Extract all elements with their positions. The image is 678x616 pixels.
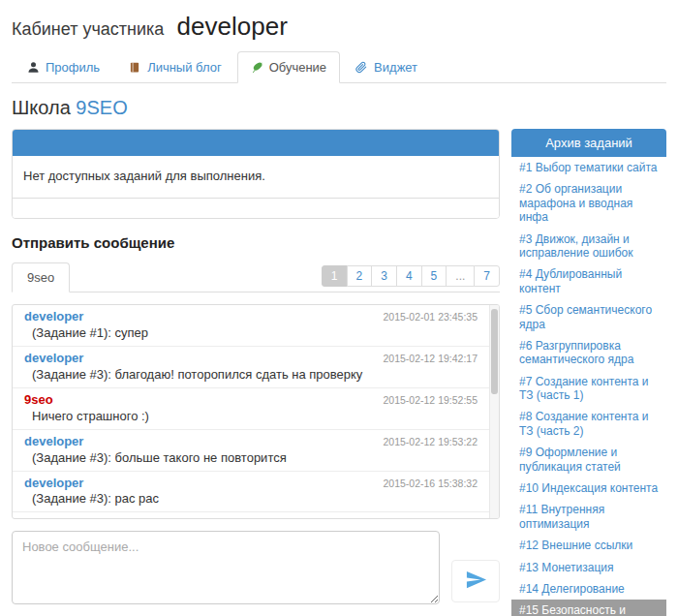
archive-item-4[interactable]: #4 Дублированный контент xyxy=(511,263,666,299)
tasks-panel-footer xyxy=(13,198,499,218)
message-head: developer2015-02-16 15:38:32 xyxy=(24,477,478,491)
book-icon xyxy=(129,61,141,74)
page-button-1[interactable]: 1 xyxy=(322,265,348,287)
main-tabs: ПрофильЛичный блогОбучениеВиджет xyxy=(12,51,666,83)
send-message-button[interactable] xyxy=(451,560,500,602)
archive-item-12[interactable]: #12 Внешние ссылки xyxy=(511,535,666,556)
message-text: (Задание #3): рас рас xyxy=(24,492,478,507)
archive-item-7[interactable]: #7 Создание контента и ТЗ (часть 1) xyxy=(511,371,666,407)
tasks-panel: Нет доступных заданий для выполнения. xyxy=(12,129,500,219)
archive-item-9[interactable]: #9 Оформление и публикация статей xyxy=(511,442,666,477)
page-button-2[interactable]: 2 xyxy=(347,265,373,287)
archive-item-13[interactable]: #13 Монетизация xyxy=(511,557,666,578)
page-title: Кабинет участника developer xyxy=(12,12,666,42)
pagination-ellipsis: ... xyxy=(446,265,475,287)
task-archive-header: Архив заданий xyxy=(511,129,666,157)
message-timestamp: 2015-02-12 19:52:55 xyxy=(384,394,478,406)
task-archive-sidebar: Архив заданий #1 Выбор тематики сайта#2 … xyxy=(511,129,666,616)
tab-label: Виджет xyxy=(374,60,417,75)
message-item: developer2015-02-16 15:38:32(Задание #3)… xyxy=(13,472,489,513)
tab-label: Профиль xyxy=(46,60,100,75)
message-timestamp: 2015-02-12 19:53:22 xyxy=(384,436,478,447)
page-button-5[interactable]: 5 xyxy=(421,265,447,287)
archive-item-11[interactable]: #11 Внутренняя оптимизация xyxy=(511,499,666,535)
message-item: 9seo2015-02-12 19:52:55Ничего страшного … xyxy=(13,388,489,430)
user-icon xyxy=(27,61,40,74)
archive-item-14[interactable]: #14 Делегирование xyxy=(511,578,666,600)
archive-item-8[interactable]: #8 Создание контента и ТЗ (часть 2) xyxy=(511,406,666,442)
chat-tab-label: 9seo xyxy=(27,270,54,285)
archive-item-1[interactable]: #1 Выбор тематики сайта xyxy=(511,157,666,178)
message-head: developer2015-02-12 19:42:17 xyxy=(24,352,478,366)
school-label: Школа xyxy=(12,97,71,118)
school-link[interactable]: 9SEO xyxy=(76,97,127,118)
message-author[interactable]: developer xyxy=(24,310,83,324)
content-row: Нет доступных заданий для выполнения. От… xyxy=(12,129,666,616)
tab-label: Обучение xyxy=(269,60,326,75)
message-head: 9seo2015-02-12 19:52:55 xyxy=(24,393,478,408)
message-item: developer2015-02-01 23:45:35(Задание #1)… xyxy=(13,305,489,347)
messages-scrollbar[interactable] xyxy=(489,305,499,518)
message-timestamp: 2015-02-12 19:42:17 xyxy=(384,353,478,364)
message-timestamp: 2015-02-16 15:38:32 xyxy=(384,477,478,489)
compose-row xyxy=(12,531,500,604)
archive-item-3[interactable]: #3 Движок, дизайн и исправление ошибок xyxy=(511,229,666,264)
new-message-input[interactable] xyxy=(12,531,440,604)
chat-header: 9seo 12345...7 xyxy=(12,262,500,293)
message-text: (Задание #1): супер xyxy=(24,326,478,341)
messages-inner: developer2015-02-01 23:45:35(Задание #1)… xyxy=(13,305,489,512)
message-text: (Задание #3): больше такого не повторитс… xyxy=(24,451,478,466)
leaf-icon xyxy=(251,61,263,74)
main-column: Нет доступных заданий для выполнения. От… xyxy=(12,129,500,604)
page-button-4[interactable]: 4 xyxy=(396,265,422,287)
tab-widget[interactable]: Виджет xyxy=(342,51,431,83)
pagination: 12345...7 xyxy=(322,265,500,287)
message-item: developer2015-02-12 19:53:22(Задание #3)… xyxy=(13,430,489,472)
page-button-7[interactable]: 7 xyxy=(474,265,500,287)
tasks-panel-header xyxy=(13,130,499,156)
page-title-username: developer xyxy=(177,12,288,41)
tab-profile[interactable]: Профиль xyxy=(14,51,113,83)
message-author[interactable]: developer xyxy=(24,352,83,366)
participant-cabinet-page: Кабинет участника developer ПрофильЛичны… xyxy=(0,0,678,616)
send-message-title: Отправить сообщение xyxy=(12,234,500,251)
message-author[interactable]: developer xyxy=(24,435,83,449)
message-head: developer2015-02-01 23:45:35 xyxy=(24,310,478,324)
tab-label: Личный блог xyxy=(147,60,222,75)
tab-training[interactable]: Обучение xyxy=(237,51,340,83)
page-button-3[interactable]: 3 xyxy=(371,265,397,287)
message-author[interactable]: developer xyxy=(24,477,83,491)
archive-item-6[interactable]: #6 Разгруппировка семантического ядра xyxy=(511,335,666,371)
paper-plane-icon xyxy=(465,569,487,594)
message-head: developer2015-02-12 19:53:22 xyxy=(24,435,478,449)
tab-blog[interactable]: Личный блог xyxy=(115,51,235,83)
school-title: Школа 9SEO xyxy=(12,97,666,119)
archive-item-2[interactable]: #2 Об организации марафона и вводная инф… xyxy=(511,178,666,228)
tasks-empty-message: Нет доступных заданий для выполнения. xyxy=(13,156,499,198)
archive-item-15[interactable]: #15 Безопасность и ответы на вопросы xyxy=(511,600,666,616)
archive-item-10[interactable]: #10 Индексация контента xyxy=(511,477,666,499)
task-archive-list: #1 Выбор тематики сайта#2 Об организации… xyxy=(511,157,666,616)
message-text: (Задание #3): благодаю! поторопился сдат… xyxy=(24,368,478,383)
messages-list: developer2015-02-01 23:45:35(Задание #1)… xyxy=(12,304,500,519)
archive-item-5[interactable]: #5 Сбор семантического ядра xyxy=(511,299,666,335)
messages-scrollbar-thumb[interactable] xyxy=(491,309,498,394)
message-item: developer2015-02-12 19:42:17(Задание #3)… xyxy=(13,347,489,388)
message-timestamp: 2015-02-01 23:45:35 xyxy=(384,311,478,323)
page-title-prefix: Кабинет участника xyxy=(12,19,164,39)
message-text: Ничего страшного :) xyxy=(24,410,478,424)
message-author[interactable]: 9seo xyxy=(24,393,53,408)
chat-tab-9seo[interactable]: 9seo xyxy=(12,262,70,293)
paperclip-icon xyxy=(355,61,368,74)
